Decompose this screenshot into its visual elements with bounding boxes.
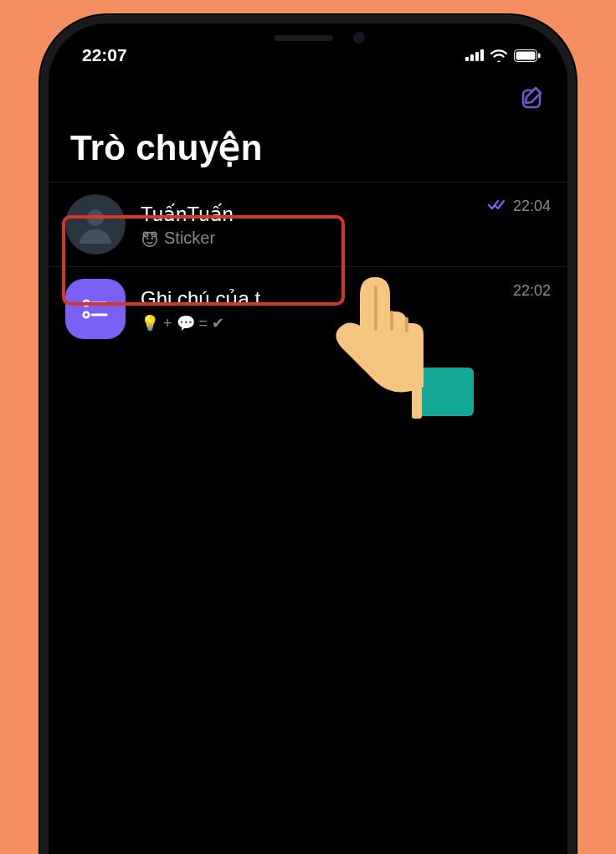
svg-rect-18 bbox=[415, 368, 474, 416]
chat-name: TuấnTuấn bbox=[141, 201, 473, 227]
chat-preview: Sticker bbox=[141, 229, 473, 248]
svg-point-12 bbox=[146, 237, 149, 239]
chat-name: Ghi chú của t bbox=[141, 286, 498, 311]
cellular-icon bbox=[465, 49, 484, 61]
person-icon bbox=[74, 203, 116, 245]
compose-button[interactable] bbox=[521, 85, 546, 114]
chat-meta: 22:04 bbox=[488, 194, 551, 215]
svg-point-14 bbox=[84, 301, 89, 306]
svg-rect-1 bbox=[470, 54, 474, 61]
chat-preview-text: Sticker bbox=[164, 229, 215, 248]
avatar bbox=[65, 279, 126, 339]
battery-icon bbox=[514, 49, 541, 62]
svg-rect-5 bbox=[516, 51, 536, 59]
chat-time: 22:02 bbox=[513, 282, 551, 300]
page-title: Trò chuyện bbox=[49, 116, 567, 182]
status-indicators bbox=[465, 49, 541, 62]
svg-rect-0 bbox=[465, 57, 469, 61]
chat-time: 22:04 bbox=[513, 198, 551, 215]
svg-rect-19 bbox=[412, 365, 422, 419]
read-receipt-icon bbox=[488, 198, 506, 215]
chat-row[interactable]: Ghi chú của t 💡 + 💬 = ✔ 22:02 bbox=[49, 266, 567, 351]
svg-rect-2 bbox=[475, 52, 479, 61]
svg-point-9 bbox=[143, 232, 157, 246]
chat-meta: 22:02 bbox=[513, 279, 551, 300]
notes-icon bbox=[78, 291, 113, 327]
chat-main: Ghi chú của t 💡 + 💬 = ✔ bbox=[141, 286, 498, 332]
phone-frame: 22:07 bbox=[40, 15, 576, 854]
sticker-icon bbox=[141, 229, 159, 248]
chat-preview-text: 💡 + 💬 = ✔ bbox=[141, 314, 224, 332]
app-header bbox=[49, 70, 567, 116]
status-time: 22:07 bbox=[82, 45, 127, 65]
chat-main: TuấnTuấn Sticker bbox=[141, 201, 473, 248]
wifi-icon bbox=[490, 49, 508, 62]
svg-point-13 bbox=[151, 237, 153, 239]
svg-point-8 bbox=[87, 209, 104, 226]
compose-icon bbox=[521, 85, 546, 111]
avatar bbox=[65, 194, 126, 255]
chat-row[interactable]: TuấnTuấn Sticker bbox=[49, 182, 567, 266]
svg-rect-3 bbox=[480, 49, 484, 61]
svg-point-16 bbox=[84, 312, 89, 317]
chat-list: TuấnTuấn Sticker bbox=[49, 182, 567, 351]
phone-notch bbox=[199, 23, 417, 54]
app-screen: 22:07 bbox=[49, 23, 567, 854]
chat-preview: 💡 + 💬 = ✔ bbox=[141, 314, 498, 332]
svg-rect-6 bbox=[538, 53, 541, 58]
